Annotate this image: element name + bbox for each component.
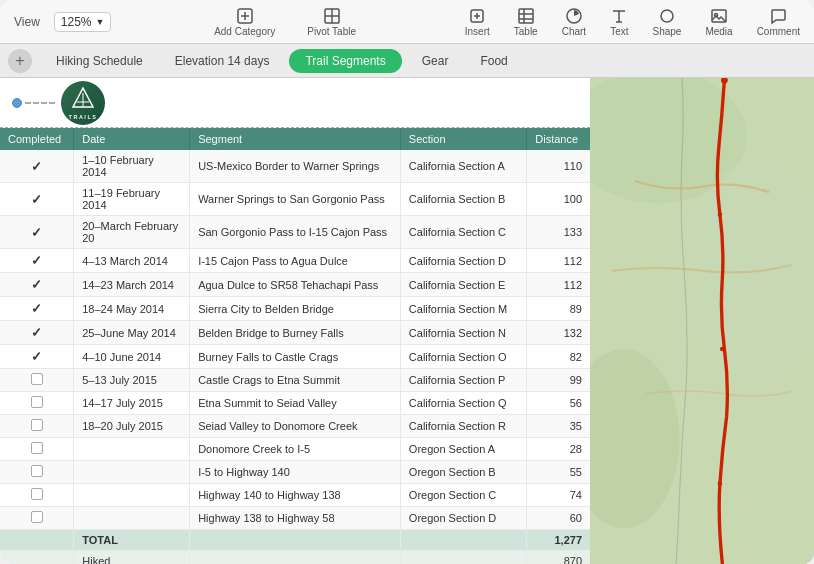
table-row: ✓18–24 May 2014Sierra City to Belden Bri… [0, 297, 590, 321]
logo-area: TRAILS [0, 78, 590, 128]
tab-gear[interactable]: Gear [406, 47, 465, 75]
pivot-table-label: Pivot Table [307, 26, 356, 37]
view-button[interactable]: View [8, 13, 46, 31]
cell-segment: Sierra City to Belden Bridge [190, 297, 401, 321]
cell-segment: US-Mexico Border to Warner Springs [190, 150, 401, 183]
logo: TRAILS [61, 81, 105, 125]
toolbar: View 125% ▼ Add Category Pivot Table Ins… [0, 0, 814, 44]
header-distance: Distance [527, 128, 590, 150]
cell-completed[interactable]: ✓ [0, 297, 74, 321]
cell-completed[interactable] [0, 415, 74, 438]
checkbox-empty-icon [31, 442, 43, 454]
cell-section: California Section B [400, 183, 526, 216]
main-content: TRAILS Completed Date Segment Section Di… [0, 78, 814, 564]
cell-date [74, 507, 190, 530]
cell-completed[interactable]: ✓ [0, 249, 74, 273]
cell-distance: 60 [527, 507, 590, 530]
header-section: Section [400, 128, 526, 150]
cell-completed[interactable] [0, 484, 74, 507]
cell-section: California Section M [400, 297, 526, 321]
cell-segment: Castle Crags to Etna Summit [190, 369, 401, 392]
cell-completed[interactable]: ✓ [0, 345, 74, 369]
cell-completed[interactable] [0, 461, 74, 484]
total-cell-empty [0, 530, 74, 551]
cell-segment: Highway 138 to Highway 58 [190, 507, 401, 530]
cell-segment: Belden Bridge to Burney Falls [190, 321, 401, 345]
insert-label: Insert [465, 26, 490, 37]
checkbox-empty-icon [31, 419, 43, 431]
cell-distance: 132 [527, 321, 590, 345]
header-completed: Completed [0, 128, 74, 150]
cell-date: 18–20 July 2015 [74, 415, 190, 438]
cell-completed[interactable] [0, 438, 74, 461]
tab-food[interactable]: Food [464, 47, 523, 75]
zoom-control[interactable]: 125% ▼ [54, 12, 112, 32]
cell-completed[interactable] [0, 392, 74, 415]
comment-button[interactable]: Comment [751, 5, 806, 39]
add-category-button[interactable]: Add Category [208, 5, 281, 39]
add-tab-button[interactable]: + [8, 49, 32, 73]
segments-table: Completed Date Segment Section Distance … [0, 128, 590, 564]
shape-button[interactable]: Shape [646, 5, 687, 39]
cell-distance: 99 [527, 369, 590, 392]
cell-segment: Burney Falls to Castle Crags [190, 345, 401, 369]
cell-date: 4–13 March 2014 [74, 249, 190, 273]
tab-elevation[interactable]: Elevation 14 days [159, 47, 286, 75]
pivot-table-button[interactable]: Pivot Table [301, 5, 362, 39]
svg-point-14 [661, 10, 673, 22]
cell-distance: 28 [527, 438, 590, 461]
svg-point-25 [718, 212, 722, 216]
table-row: ✓20–March February 20San Gorgonio Pass t… [0, 216, 590, 249]
chart-label: Chart [562, 26, 586, 37]
table-scroll-container[interactable]: Completed Date Segment Section Distance … [0, 128, 590, 564]
total-value: 1,277 [527, 530, 590, 551]
cell-date: 11–19 February 2014 [74, 183, 190, 216]
svg-point-27 [718, 481, 722, 485]
table-row: ✓1–10 February 2014US-Mexico Border to W… [0, 150, 590, 183]
tab-hiking-schedule[interactable]: Hiking Schedule [40, 47, 159, 75]
cell-completed[interactable]: ✓ [0, 183, 74, 216]
chart-button[interactable]: Chart [556, 5, 592, 39]
cell-completed[interactable]: ✓ [0, 216, 74, 249]
zoom-chevron-icon: ▼ [96, 17, 105, 27]
cell-completed[interactable]: ✓ [0, 150, 74, 183]
checkmark-icon: ✓ [31, 253, 42, 268]
cell-section: Oregon Section B [400, 461, 526, 484]
media-button[interactable]: Media [699, 5, 738, 39]
cell-date [74, 461, 190, 484]
cell-segment: Donomore Creek to I-5 [190, 438, 401, 461]
table-row: 5–13 July 2015Castle Crags to Etna Summi… [0, 369, 590, 392]
table-button[interactable]: Table [508, 5, 544, 39]
cell-section: California Section N [400, 321, 526, 345]
cell-completed[interactable] [0, 507, 74, 530]
text-button[interactable]: Text [604, 5, 634, 39]
cell-distance: 82 [527, 345, 590, 369]
nav-dot [12, 98, 22, 108]
cell-section: California Section Q [400, 392, 526, 415]
cell-distance: 100 [527, 183, 590, 216]
hiked-label: Hiked [74, 551, 190, 565]
tabbar: + Hiking Schedule Elevation 14 days Trai… [0, 44, 814, 78]
table-row: Donomore Creek to I-5Oregon Section A28 [0, 438, 590, 461]
cell-segment: San Gorgonio Pass to I-15 Cajon Pass [190, 216, 401, 249]
hiked-value: 870 [527, 551, 590, 565]
cell-completed[interactable]: ✓ [0, 273, 74, 297]
hiked-row: Hiked 870 [0, 551, 590, 565]
insert-button[interactable]: Insert [459, 5, 496, 39]
cell-date: 5–13 July 2015 [74, 369, 190, 392]
cell-section: California Section E [400, 273, 526, 297]
cell-section: California Section O [400, 345, 526, 369]
checkbox-empty-icon [31, 511, 43, 523]
cell-distance: 56 [527, 392, 590, 415]
cell-date [74, 484, 190, 507]
table-row: ✓11–19 February 2014Warner Springs to Sa… [0, 183, 590, 216]
cell-completed[interactable]: ✓ [0, 321, 74, 345]
header-segment: Segment [190, 128, 401, 150]
tab-trail-segments[interactable]: Trail Segments [289, 49, 401, 73]
cell-segment: Etna Summit to Seiad Valley [190, 392, 401, 415]
cell-date: 14–17 July 2015 [74, 392, 190, 415]
cell-date: 4–10 June 2014 [74, 345, 190, 369]
cell-distance: 110 [527, 150, 590, 183]
cell-date: 1–10 February 2014 [74, 150, 190, 183]
cell-completed[interactable] [0, 369, 74, 392]
